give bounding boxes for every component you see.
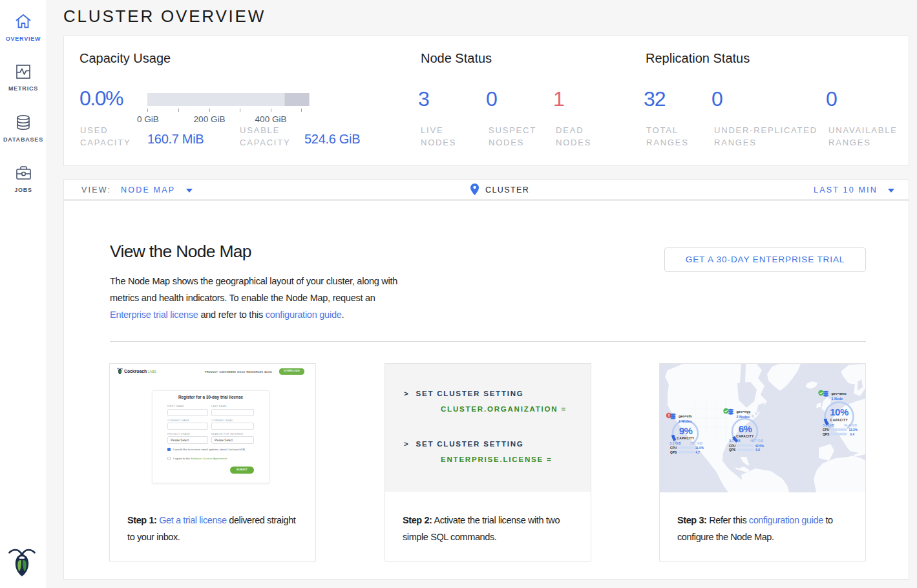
svg-text:0 GiB: 0 GiB <box>137 114 159 124</box>
svg-text:CPU: CPU <box>823 428 830 432</box>
svg-text:0.4: 0.4 <box>850 433 854 436</box>
svg-text:1 Node: 1 Node <box>832 397 843 401</box>
svg-text:3.6 GiB: 3.6 GiB <box>823 423 834 427</box>
svg-text:6%: 6% <box>739 423 752 434</box>
svg-text:351 GiB: 351 GiB <box>690 441 703 445</box>
svg-text:3.7 GiB: 3.7 GiB <box>729 439 741 443</box>
svg-text:9%: 9% <box>679 425 693 436</box>
svg-text:45.7 GiB: 45.7 GiB <box>750 439 763 443</box>
svg-text:geo=sfo: geo=sfo <box>679 414 692 418</box>
svg-text:42.5%: 42.5% <box>755 445 764 448</box>
svg-text:34.4 GiB: 34.4 GiB <box>843 423 857 427</box>
svg-text:0.0: 0.0 <box>755 448 760 452</box>
svg-text:200 GiB: 200 GiB <box>194 114 226 124</box>
svg-text:2 Nodes: 2 Nodes <box>679 419 692 423</box>
svg-text:CPU: CPU <box>670 446 677 450</box>
svg-text:CAPACITY: CAPACITY <box>830 419 848 422</box>
svg-text:400 GiB: 400 GiB <box>255 114 287 124</box>
svg-text:QPS: QPS <box>823 433 830 436</box>
svg-text:10%: 10% <box>830 406 848 417</box>
svg-text:3.2 GiB: 3.2 GiB <box>669 441 681 445</box>
svg-text:CAPACITY: CAPACITY <box>677 437 695 440</box>
svg-text:QPS: QPS <box>729 448 736 452</box>
svg-text:11.0%: 11.0% <box>695 446 704 450</box>
svg-text:4.7: 4.7 <box>695 451 700 454</box>
svg-text:CPU: CPU <box>729 445 736 448</box>
svg-text:QPS: QPS <box>670 451 677 454</box>
svg-text:13.3%: 13.3% <box>848 428 858 432</box>
svg-text:2 Nodes: 2 Nodes <box>737 415 750 419</box>
svg-text:CAPACITY: CAPACITY <box>736 435 754 438</box>
svg-text:geo=nyc: geo=nyc <box>737 410 751 414</box>
svg-text:geo=ams: geo=ams <box>832 392 847 395</box>
